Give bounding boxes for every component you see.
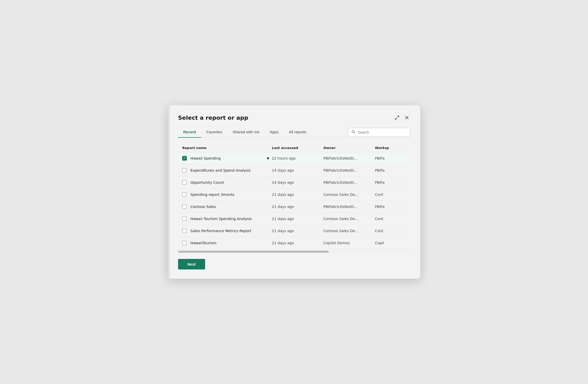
row-workspace: PBIFa bbox=[375, 156, 406, 160]
row-name-cell: HawaiiTourism bbox=[182, 241, 272, 245]
table-row[interactable]: Opportunity Count 14 days ago PBIFabricD… bbox=[178, 177, 410, 189]
next-button[interactable]: Next bbox=[178, 259, 205, 269]
name-star-wrap: Opportunity Count bbox=[190, 180, 272, 185]
name-star-wrap: Expenditures and Spend Analysis bbox=[190, 168, 272, 172]
row-owner: Contoso Sales De... bbox=[323, 229, 375, 233]
row-workspace: Copil bbox=[375, 241, 406, 245]
tabs-row: Recent Favorites Shared with me Apps All… bbox=[178, 127, 410, 138]
row-workspace: Cont bbox=[375, 193, 406, 197]
table-row[interactable]: Contoso Sales 21 days ago PBIFabricDoNot… bbox=[178, 201, 410, 213]
name-star-wrap: Contoso Sales bbox=[190, 205, 272, 209]
search-box bbox=[348, 128, 410, 137]
tab-favorites[interactable]: Favorites bbox=[201, 127, 228, 138]
row-report-name: Hawaii Tourism Spending Analysis bbox=[190, 217, 252, 221]
modal-header: Select a report or app bbox=[178, 115, 410, 121]
tabs-list: Recent Favorites Shared with me Apps All… bbox=[178, 127, 312, 137]
checkbox-empty bbox=[182, 180, 187, 185]
row-report-name: Expenditures and Spend Analysis bbox=[190, 168, 251, 172]
row-name-cell: Contoso Sales bbox=[182, 204, 272, 209]
search-icon bbox=[351, 130, 356, 135]
row-report-name: Spending report 3monts bbox=[190, 193, 234, 197]
table-row[interactable]: ✓ Hawaii Spending ★ 22 hours ago PBIFabr… bbox=[178, 152, 410, 164]
row-workspace: PBIFa bbox=[375, 168, 406, 172]
row-workspace: PBIFa bbox=[375, 180, 406, 185]
row-owner: Contoso Sales De... bbox=[323, 193, 375, 197]
row-owner: Contoso Sales De... bbox=[323, 217, 375, 221]
checkbox-empty bbox=[182, 216, 187, 221]
row-owner: Copilot Demos bbox=[323, 241, 375, 245]
star-icon-filled[interactable]: ★ bbox=[266, 156, 270, 161]
col-workspace: Worksp bbox=[375, 146, 406, 150]
row-name-cell: ✓ Hawaii Spending ★ bbox=[182, 156, 272, 161]
row-owner: PBIFabricDoNotD... bbox=[323, 168, 375, 172]
horizontal-scrollbar[interactable] bbox=[178, 251, 410, 253]
modal-footer: Next bbox=[178, 259, 410, 269]
row-last-accessed: 21 days ago bbox=[272, 217, 323, 221]
table-header: Report name Last accessed Owner Worksp bbox=[178, 144, 410, 152]
checkbox-empty bbox=[182, 241, 187, 245]
name-star-wrap: Sales Performance Metrics Report bbox=[190, 229, 272, 233]
col-last-accessed: Last accessed bbox=[272, 146, 323, 150]
table-row[interactable]: Hawaii Tourism Spending Analysis 21 days… bbox=[178, 213, 410, 225]
checkbox-checked: ✓ bbox=[182, 156, 187, 161]
row-owner: PBIFabricDoNotD... bbox=[323, 156, 375, 160]
name-star-wrap: HawaiiTourism bbox=[190, 241, 272, 245]
scrollbar-thumb bbox=[178, 251, 329, 253]
row-last-accessed: 14 days ago bbox=[272, 180, 323, 185]
tab-apps[interactable]: Apps bbox=[265, 127, 284, 138]
name-star-wrap: Hawaii Tourism Spending Analysis bbox=[190, 217, 272, 221]
row-name-cell: Opportunity Count bbox=[182, 180, 272, 185]
row-report-name: Hawaii Spending bbox=[190, 156, 221, 160]
row-last-accessed: 14 days ago bbox=[272, 168, 323, 172]
row-owner: PBIFabricDoNotD... bbox=[323, 205, 375, 209]
close-button[interactable] bbox=[404, 115, 410, 121]
row-owner: PBIFabricDoNotD... bbox=[323, 180, 375, 185]
name-star-wrap: Hawaii Spending ★ bbox=[190, 156, 272, 161]
row-name-cell: Spending report 3monts bbox=[182, 192, 272, 197]
tab-all-reports[interactable]: All reports bbox=[284, 127, 312, 138]
checkbox-empty bbox=[182, 229, 187, 233]
row-workspace: Cont bbox=[375, 217, 406, 221]
search-input[interactable] bbox=[358, 130, 407, 134]
svg-line-5 bbox=[354, 132, 355, 133]
modal-actions bbox=[394, 115, 410, 121]
row-name-cell: Hawaii Tourism Spending Analysis bbox=[182, 216, 272, 221]
tab-recent[interactable]: Recent bbox=[178, 127, 201, 138]
checkbox-empty bbox=[182, 192, 187, 197]
row-name-cell: Expenditures and Spend Analysis bbox=[182, 168, 272, 173]
modal-title: Select a report or app bbox=[178, 115, 248, 121]
col-owner: Owner bbox=[323, 146, 375, 150]
row-workspace: Cont bbox=[375, 229, 406, 233]
table-row[interactable]: Sales Performance Metrics Report 21 days… bbox=[178, 225, 410, 237]
row-report-name: Sales Performance Metrics Report bbox=[190, 229, 251, 233]
checkbox-empty bbox=[182, 168, 187, 173]
row-last-accessed: 21 days ago bbox=[272, 193, 323, 197]
row-last-accessed: 21 days ago bbox=[272, 241, 323, 245]
row-name-cell: Sales Performance Metrics Report bbox=[182, 229, 272, 233]
row-last-accessed: 21 days ago bbox=[272, 205, 323, 209]
name-star-wrap: Spending report 3monts bbox=[190, 193, 272, 197]
row-workspace: PBIFa bbox=[375, 205, 406, 209]
expand-button[interactable] bbox=[394, 115, 400, 121]
left-edge-decoration bbox=[168, 105, 170, 279]
table-row[interactable]: Expenditures and Spend Analysis 14 days … bbox=[178, 164, 410, 177]
col-report-name: Report name bbox=[182, 146, 272, 150]
svg-point-4 bbox=[352, 130, 354, 133]
tab-shared-with-me[interactable]: Shared with me bbox=[228, 127, 265, 138]
reports-table: Report name Last accessed Owner Worksp ✓… bbox=[178, 144, 410, 253]
row-report-name: Contoso Sales bbox=[190, 205, 216, 209]
row-last-accessed: 22 hours ago bbox=[272, 156, 323, 160]
table-row[interactable]: HawaiiTourism 21 days ago Copilot Demos … bbox=[178, 237, 410, 249]
table-row[interactable]: Spending report 3monts 21 days ago Conto… bbox=[178, 189, 410, 201]
row-report-name: Opportunity Count bbox=[190, 180, 224, 185]
modal-container: Select a report or app Recent Favori bbox=[168, 105, 420, 279]
checkbox-empty bbox=[182, 204, 187, 209]
row-last-accessed: 21 days ago bbox=[272, 229, 323, 233]
table-rows: ✓ Hawaii Spending ★ 22 hours ago PBIFabr… bbox=[178, 152, 410, 249]
row-report-name: HawaiiTourism bbox=[190, 241, 216, 245]
